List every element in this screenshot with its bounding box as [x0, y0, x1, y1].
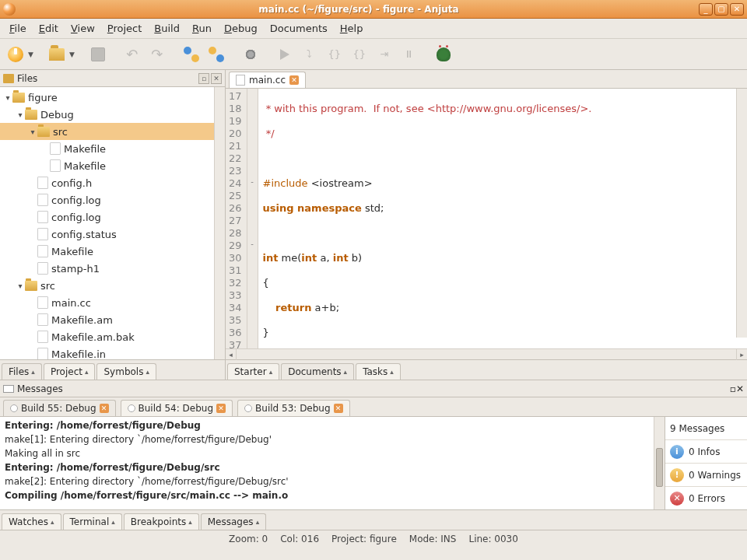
menu-project[interactable]: Project: [101, 20, 149, 37]
files-panel: Files ▫ ✕ ▾figure ▾Debug ▾src Makefile M…: [0, 70, 226, 380]
tree-label: Makefile.in: [51, 348, 106, 360]
tab-tasks[interactable]: Tasks▴: [356, 363, 401, 380]
app-icon: [3, 3, 16, 16]
stat-label: 0 Warnings: [689, 470, 741, 481]
stat-messages[interactable]: 9 Messages: [665, 417, 747, 440]
tab-starter[interactable]: Starter▴: [227, 363, 279, 380]
menu-help[interactable]: Help: [334, 20, 370, 37]
open-button[interactable]: [46, 44, 68, 65]
tab-messages[interactable]: Messages▴: [201, 513, 266, 530]
chevron-up-icon: ▴: [188, 518, 192, 526]
scroll-left-icon[interactable]: ◂: [226, 349, 237, 360]
tab-label: Files: [9, 366, 29, 377]
close-button[interactable]: ✕: [730, 3, 744, 16]
tab-label: Build 53: Debug: [255, 403, 331, 414]
file-tree[interactable]: ▾figure ▾Debug ▾src Makefile Makefile co…: [0, 87, 225, 359]
execute-button[interactable]: [240, 44, 261, 65]
folder-icon: [12, 93, 25, 103]
file-icon: [37, 194, 48, 206]
gears2-icon: [209, 47, 224, 62]
menu-view[interactable]: View: [65, 20, 101, 37]
tree-row-debug[interactable]: ▾Debug: [0, 106, 225, 123]
fold-column[interactable]: --: [247, 89, 258, 348]
tree-label: stamp-h1: [51, 263, 100, 275]
file-icon: [37, 211, 48, 223]
menu-documents[interactable]: Documents: [264, 20, 334, 37]
tab-files[interactable]: Files▴: [2, 363, 42, 380]
messages-text[interactable]: Entering: /home/forrest/figure/Debug mak…: [0, 417, 654, 509]
tree-row-src2[interactable]: ▾src: [0, 277, 225, 294]
build2-button[interactable]: [205, 44, 227, 65]
status-mode: Mode: INS: [409, 534, 457, 544]
step-in-button: {}: [324, 44, 345, 65]
tab-close-button[interactable]: ✕: [289, 75, 299, 85]
messages-scrollbar[interactable]: [654, 417, 665, 509]
panel-minimize-button[interactable]: ▫: [198, 73, 209, 84]
menu-edit[interactable]: Edit: [33, 20, 65, 37]
panel-close-button[interactable]: ✕: [211, 73, 222, 84]
tab-build-54[interactable]: Build 54: Debug✕: [121, 400, 233, 416]
tree-row-main-cc[interactable]: main.cc: [0, 294, 225, 311]
tree-scrollbar[interactable]: [214, 87, 225, 359]
panel-minimize-button[interactable]: ▫: [730, 383, 736, 394]
messages-header: Messages ▫ ✕: [0, 380, 747, 397]
tab-watches[interactable]: Watches▴: [2, 513, 61, 530]
minimize-button[interactable]: _: [699, 3, 713, 16]
tree-row-config-h[interactable]: config.h: [0, 174, 225, 191]
warning-icon: !: [670, 468, 684, 482]
main-area: Files ▫ ✕ ▾figure ▾Debug ▾src Makefile M…: [0, 70, 747, 380]
tab-build-53[interactable]: Build 53: Debug✕: [237, 400, 350, 416]
folder-icon: [25, 281, 37, 291]
tab-breakpoints[interactable]: Breakpoints▴: [124, 513, 199, 530]
build-button[interactable]: [181, 44, 202, 65]
menu-build[interactable]: Build: [148, 20, 186, 37]
tab-documents[interactable]: Documents▴: [281, 363, 354, 380]
tree-row-stamp-h1[interactable]: stamp-h1: [0, 260, 225, 277]
editor-scrollbar-horizontal[interactable]: ◂ ▸: [226, 348, 747, 359]
tree-row-makefile[interactable]: Makefile: [0, 157, 225, 174]
menu-run[interactable]: Run: [186, 20, 218, 37]
tab-close-button[interactable]: ✕: [334, 404, 343, 413]
editor-body[interactable]: 1718192021222324252627282930313233343536…: [226, 89, 747, 348]
tree-row-config-log[interactable]: config.log: [0, 191, 225, 208]
maximize-button[interactable]: ▢: [714, 3, 728, 16]
tree-row-makefile-am-bak[interactable]: Makefile.am.bak: [0, 328, 225, 345]
chevron-up-icon: ▴: [344, 368, 348, 376]
step-out-icon: {}: [353, 48, 366, 60]
panel-close-button[interactable]: ✕: [736, 383, 744, 394]
tree-row-makefile-in[interactable]: Makefile.in: [0, 345, 225, 359]
stat-label: 9 Messages: [670, 423, 724, 434]
tree-row-figure[interactable]: ▾figure: [0, 89, 225, 106]
stat-warnings[interactable]: !0 Warnings: [665, 464, 747, 487]
stat-infos[interactable]: i0 Infos: [665, 440, 747, 464]
open-dropdown[interactable]: ▼: [69, 51, 75, 58]
tree-row-makefile[interactable]: Makefile: [0, 140, 225, 157]
tree-row-makefile[interactable]: Makefile: [0, 243, 225, 260]
editor-scrollbar-vertical[interactable]: [736, 89, 747, 338]
tab-project[interactable]: Project▴: [44, 363, 96, 380]
menu-file[interactable]: File: [3, 20, 33, 37]
scroll-right-icon[interactable]: ▸: [736, 349, 747, 360]
editor-tab-main-cc[interactable]: main.cc ✕: [229, 72, 306, 88]
tab-symbols[interactable]: Symbols▴: [96, 363, 156, 380]
debug-button[interactable]: [433, 44, 454, 65]
chevron-up-icon: ▴: [269, 368, 273, 376]
tree-label: config.h: [51, 177, 92, 189]
tree-row-makefile-am[interactable]: Makefile.am: [0, 311, 225, 328]
tree-row-config-status[interactable]: config.status: [0, 226, 225, 243]
tab-terminal[interactable]: Terminal▴: [63, 513, 122, 530]
tab-build-55[interactable]: Build 55: Debug✕: [3, 400, 116, 416]
tab-close-button[interactable]: ✕: [100, 404, 109, 413]
tree-label: Makefile: [51, 246, 93, 257]
code-area[interactable]: * with this program. If not, see <http:/…: [258, 89, 747, 348]
file-icon: [37, 262, 48, 275]
tree-row-src[interactable]: ▾src: [0, 123, 225, 140]
menu-debug[interactable]: Debug: [218, 20, 264, 37]
stat-errors[interactable]: ✕0 Errors: [665, 487, 747, 509]
tab-close-button[interactable]: ✕: [216, 404, 226, 413]
new-button[interactable]: [5, 44, 26, 65]
tab-label: Starter: [234, 366, 267, 377]
new-dropdown[interactable]: ▼: [28, 51, 33, 58]
folder-icon: [3, 74, 14, 83]
tree-row-config-log[interactable]: config.log: [0, 208, 225, 226]
